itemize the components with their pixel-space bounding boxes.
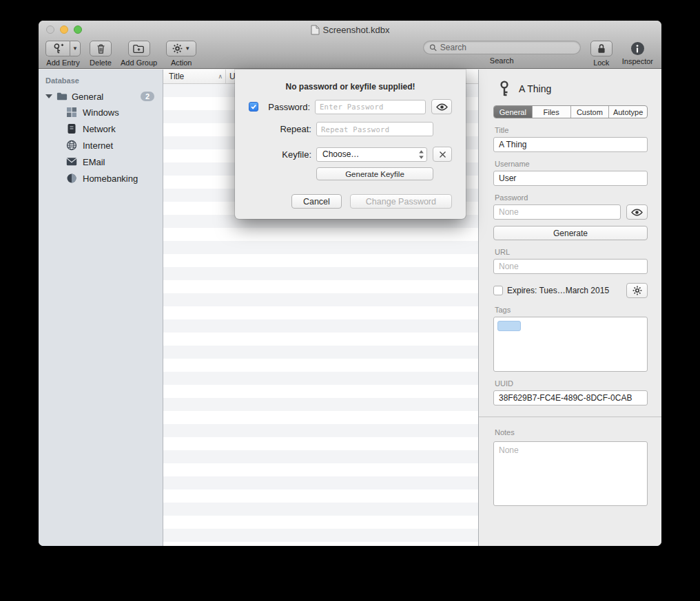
close-button[interactable] [46, 25, 54, 34]
keyfile-dropdown[interactable]: Choose… [316, 147, 427, 162]
entry-title: A Thing [519, 83, 551, 94]
sheet-password-label: Password: [260, 102, 310, 112]
tags-label: Tags [495, 306, 648, 314]
keyfile-selected-value: Choose… [322, 149, 359, 159]
search-field[interactable] [423, 41, 581, 54]
lock-tool: Lock [590, 41, 612, 67]
expires-checkbox[interactable] [493, 286, 503, 295]
titlebar: Screenshot.kdbx [39, 21, 661, 39]
add-group-button[interactable] [128, 41, 150, 56]
reveal-password-button[interactable] [626, 204, 648, 220]
password-checkbox[interactable] [249, 102, 258, 112]
minimize-button[interactable] [60, 25, 68, 34]
window-header: Screenshot.kdbx ▼ Add Entry [39, 21, 661, 69]
inspector-tool: Inspector [622, 41, 653, 65]
title-field[interactable] [493, 137, 648, 152]
delete-label: Delete [90, 59, 112, 67]
tags-box[interactable] [493, 317, 648, 372]
sheet-buttons: Cancel Change Password [249, 194, 452, 209]
stepper-icon [418, 149, 424, 160]
inspector-button[interactable] [631, 42, 644, 55]
tab-files[interactable]: Files [533, 106, 571, 118]
sidebar-item-label: Homebanking [83, 173, 138, 184]
sidebar-section-header: Database [39, 74, 163, 89]
eye-icon [436, 103, 448, 111]
add-group-label: Add Group [121, 59, 157, 67]
sheet-message: No password or keyfile supplied! [249, 82, 452, 92]
email-icon [66, 156, 77, 167]
repeat-label: Repeat: [262, 124, 311, 134]
add-entry-button[interactable] [45, 41, 70, 56]
password-field[interactable] [493, 204, 621, 220]
password-row [493, 204, 648, 220]
action-tool: ▼ Action [166, 41, 196, 67]
folder-plus-icon [133, 44, 145, 54]
lock-label: Lock [593, 59, 609, 67]
homebanking-icon [66, 173, 77, 184]
cancel-button[interactable]: Cancel [291, 194, 342, 209]
change-password-sheet: No password or keyfile supplied! Passwor… [235, 70, 466, 219]
sidebar-item-homebanking[interactable]: Homebanking [39, 170, 163, 187]
notes-field[interactable] [493, 441, 648, 506]
add-group-tool: Add Group [121, 41, 157, 67]
key-icon [497, 81, 511, 97]
inspector-header: A Thing [497, 81, 648, 97]
sidebar-item-label: Network [83, 124, 116, 134]
repeat-form-row: Repeat: [249, 122, 452, 136]
sidebar-item-internet[interactable]: Internet [39, 137, 163, 154]
search-tool: Search [423, 41, 581, 65]
delete-tool: Delete [90, 41, 112, 67]
tag-chip[interactable] [497, 321, 521, 331]
title-label: Title [495, 126, 648, 134]
sidebar-item-label: Windows [83, 107, 119, 118]
sidebar-group-label: General [72, 92, 103, 102]
clear-keyfile-button[interactable] [433, 147, 452, 162]
disclosure-triangle-icon[interactable] [45, 94, 52, 98]
toolbar-right: Search Lock [423, 41, 653, 67]
column-header-username[interactable]: U [226, 72, 236, 81]
uuid-label: UUID [495, 379, 648, 388]
windows-icon [66, 107, 77, 118]
zoom-button[interactable] [74, 25, 82, 34]
uuid-field[interactable] [493, 390, 648, 405]
tab-general[interactable]: General [494, 106, 533, 118]
notes-label: Notes [495, 428, 648, 436]
sheet-reveal-password-button[interactable] [431, 99, 452, 114]
sidebar-item-network[interactable]: Network [39, 120, 163, 137]
info-icon [635, 45, 639, 53]
traffic-lights [46, 25, 82, 34]
generate-keyfile-row: Generate Keyfile [249, 167, 452, 180]
folder-icon [56, 91, 68, 102]
sidebar: Database General 2 Windows [39, 70, 163, 546]
column-header-title[interactable]: Title ∧ [163, 70, 226, 83]
sidebar-item-label: EMail [83, 157, 105, 167]
eye-icon [631, 209, 643, 216]
chevron-down-icon: ▼ [185, 45, 190, 52]
expires-settings-button[interactable] [626, 283, 648, 298]
url-field[interactable] [493, 259, 648, 274]
sidebar-item-windows[interactable]: Windows [39, 104, 163, 120]
tab-custom[interactable]: Custom [571, 106, 610, 118]
action-button[interactable]: ▼ [166, 41, 196, 56]
column-title-label: Title [169, 72, 184, 81]
search-input[interactable] [440, 43, 575, 52]
sidebar-group-general[interactable]: General 2 [39, 89, 163, 104]
key-plus-icon [52, 43, 64, 54]
enter-password-input[interactable] [315, 100, 426, 114]
sidebar-item-email[interactable]: EMail [39, 154, 163, 170]
generate-button[interactable]: Generate [493, 226, 648, 240]
lock-button[interactable] [590, 41, 612, 56]
url-label: URL [495, 248, 648, 256]
action-label: Action [171, 59, 192, 67]
change-password-button[interactable]: Change Password [350, 194, 452, 209]
delete-button[interactable] [90, 41, 112, 56]
sidebar-item-label: Internet [83, 140, 113, 151]
username-field[interactable] [493, 171, 648, 186]
gear-icon [632, 286, 642, 295]
search-icon [429, 43, 437, 52]
tab-autotype[interactable]: Autotype [609, 106, 647, 118]
generate-keyfile-button[interactable]: Generate Keyfile [316, 167, 433, 180]
repeat-password-input[interactable] [316, 122, 433, 136]
add-entry-dropdown-button[interactable]: ▼ [70, 41, 81, 56]
macpass-window: Screenshot.kdbx ▼ Add Entry [39, 21, 661, 546]
